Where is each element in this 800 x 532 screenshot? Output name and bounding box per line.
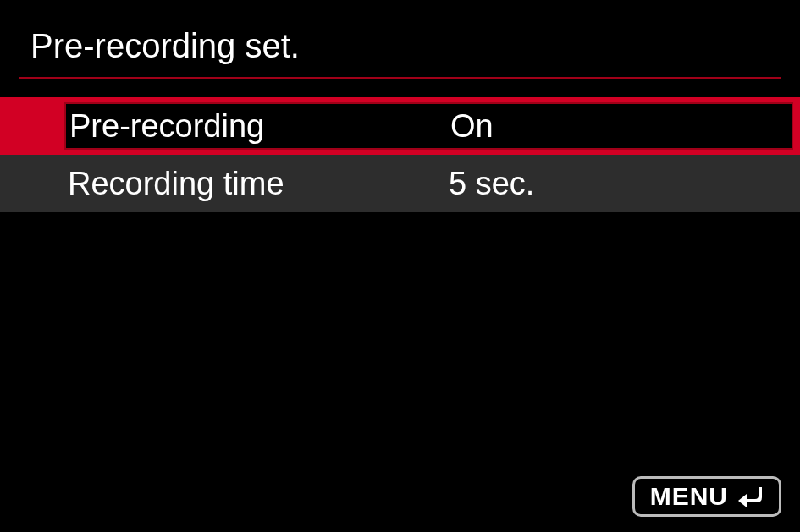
menu-item-pre-recording[interactable]: Pre-recording On	[0, 97, 800, 155]
back-arrow-icon	[737, 484, 767, 509]
menu-item-label: Pre-recording	[69, 108, 450, 145]
header: Pre-recording set.	[0, 0, 800, 77]
menu-item-value: 5 sec.	[449, 166, 534, 202]
menu-button-label: MENU	[650, 482, 728, 511]
menu-list: Pre-recording On Recording time 5 sec.	[0, 97, 800, 212]
menu-item-label: Recording time	[68, 166, 449, 202]
header-divider	[19, 77, 781, 79]
page-title: Pre-recording set.	[30, 27, 800, 65]
menu-back-button[interactable]: MENU	[632, 476, 781, 517]
footer: MENU	[632, 476, 781, 517]
menu-item-value: On	[450, 108, 494, 145]
menu-item-recording-time[interactable]: Recording time 5 sec.	[0, 155, 800, 212]
